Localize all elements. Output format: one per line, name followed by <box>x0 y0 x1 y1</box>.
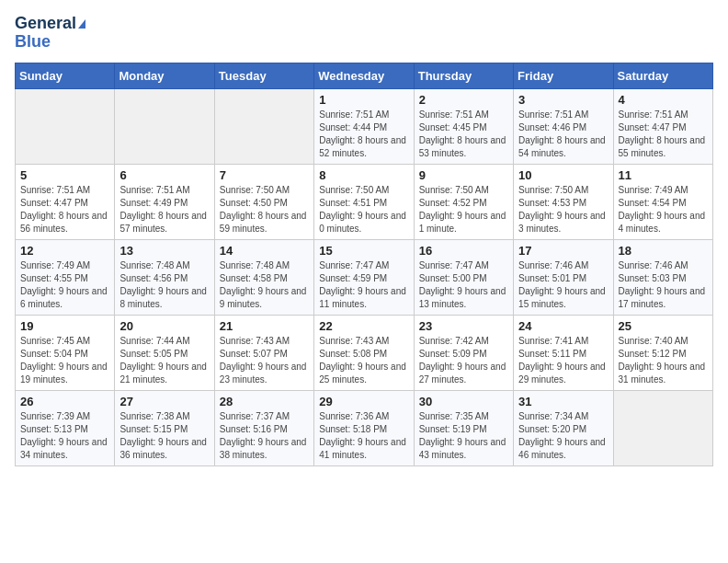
day-info: Sunrise: 7:42 AM Sunset: 5:09 PM Dayligh… <box>419 335 508 386</box>
day-number: 21 <box>220 319 309 333</box>
day-info: Sunrise: 7:46 AM Sunset: 5:03 PM Dayligh… <box>619 259 708 311</box>
calendar-cell: 10Sunrise: 7:50 AM Sunset: 4:53 PM Dayli… <box>514 164 613 239</box>
calendar-cell: 31Sunrise: 7:34 AM Sunset: 5:20 PM Dayli… <box>514 390 613 465</box>
day-number: 13 <box>119 244 209 258</box>
calendar-cell: 19Sunrise: 7:45 AM Sunset: 5:04 PM Dayli… <box>16 315 115 390</box>
calendar-cell: 17Sunrise: 7:46 AM Sunset: 5:01 PM Dayli… <box>514 239 613 315</box>
calendar-table: SundayMondayTuesdayWednesdayThursdayFrid… <box>15 63 713 466</box>
calendar-cell: 7Sunrise: 7:50 AM Sunset: 4:50 PM Daylig… <box>214 164 313 239</box>
calendar-cell: 21Sunrise: 7:43 AM Sunset: 5:07 PM Dayli… <box>214 315 313 390</box>
weekday-header-saturday: Saturday <box>613 63 712 88</box>
week-row-3: 12Sunrise: 7:49 AM Sunset: 4:55 PM Dayli… <box>16 239 713 315</box>
day-info: Sunrise: 7:40 AM Sunset: 5:12 PM Dayligh… <box>619 335 708 386</box>
weekday-header-tuesday: Tuesday <box>214 63 313 88</box>
day-number: 1 <box>319 93 408 107</box>
calendar-cell: 28Sunrise: 7:37 AM Sunset: 5:16 PM Dayli… <box>214 390 313 465</box>
calendar-cell: 4Sunrise: 7:51 AM Sunset: 4:47 PM Daylig… <box>613 88 712 164</box>
day-number: 22 <box>319 319 408 333</box>
calendar-cell: 13Sunrise: 7:48 AM Sunset: 4:56 PM Dayli… <box>115 239 214 315</box>
day-info: Sunrise: 7:36 AM Sunset: 5:18 PM Dayligh… <box>319 410 408 462</box>
calendar-cell: 18Sunrise: 7:46 AM Sunset: 5:03 PM Dayli… <box>613 239 712 315</box>
calendar-cell: 25Sunrise: 7:40 AM Sunset: 5:12 PM Dayli… <box>613 315 712 390</box>
calendar-cell <box>115 88 214 164</box>
day-number: 17 <box>518 244 608 258</box>
day-info: Sunrise: 7:38 AM Sunset: 5:15 PM Dayligh… <box>119 410 209 462</box>
calendar-cell <box>214 88 313 164</box>
day-info: Sunrise: 7:46 AM Sunset: 5:01 PM Dayligh… <box>518 259 608 311</box>
week-row-4: 19Sunrise: 7:45 AM Sunset: 5:04 PM Dayli… <box>16 315 713 390</box>
day-info: Sunrise: 7:41 AM Sunset: 5:11 PM Dayligh… <box>518 335 608 386</box>
day-info: Sunrise: 7:35 AM Sunset: 5:19 PM Dayligh… <box>419 410 508 462</box>
day-info: Sunrise: 7:51 AM Sunset: 4:49 PM Dayligh… <box>119 184 209 236</box>
calendar-cell: 14Sunrise: 7:48 AM Sunset: 4:58 PM Dayli… <box>214 239 313 315</box>
calendar-cell: 30Sunrise: 7:35 AM Sunset: 5:19 PM Dayli… <box>414 390 513 465</box>
logo: General Blue <box>15 15 85 52</box>
day-info: Sunrise: 7:48 AM Sunset: 4:58 PM Dayligh… <box>220 259 309 311</box>
calendar-cell: 26Sunrise: 7:39 AM Sunset: 5:13 PM Dayli… <box>16 390 115 465</box>
calendar-cell: 5Sunrise: 7:51 AM Sunset: 4:47 PM Daylig… <box>16 164 115 239</box>
calendar-cell: 12Sunrise: 7:49 AM Sunset: 4:55 PM Dayli… <box>16 239 115 315</box>
day-number: 4 <box>619 93 708 107</box>
calendar-cell: 22Sunrise: 7:43 AM Sunset: 5:08 PM Dayli… <box>314 315 414 390</box>
calendar-cell: 16Sunrise: 7:47 AM Sunset: 5:00 PM Dayli… <box>414 239 513 315</box>
day-number: 15 <box>319 244 408 258</box>
day-number: 3 <box>518 93 608 107</box>
day-number: 27 <box>119 395 209 408</box>
day-number: 11 <box>619 168 708 182</box>
calendar-cell: 8Sunrise: 7:50 AM Sunset: 4:51 PM Daylig… <box>314 164 414 239</box>
weekday-header-friday: Friday <box>514 63 613 88</box>
day-info: Sunrise: 7:45 AM Sunset: 5:04 PM Dayligh… <box>20 335 109 386</box>
day-info: Sunrise: 7:51 AM Sunset: 4:47 PM Dayligh… <box>20 184 109 236</box>
calendar-cell: 15Sunrise: 7:47 AM Sunset: 4:59 PM Dayli… <box>314 239 414 315</box>
calendar-cell: 24Sunrise: 7:41 AM Sunset: 5:11 PM Dayli… <box>514 315 613 390</box>
header: General Blue <box>15 15 713 52</box>
day-info: Sunrise: 7:44 AM Sunset: 5:05 PM Dayligh… <box>119 335 209 386</box>
day-info: Sunrise: 7:50 AM Sunset: 4:51 PM Dayligh… <box>319 184 408 236</box>
logo-text-blue: Blue <box>15 33 85 52</box>
day-info: Sunrise: 7:51 AM Sunset: 4:44 PM Dayligh… <box>319 109 408 160</box>
day-number: 30 <box>419 395 508 408</box>
day-info: Sunrise: 7:39 AM Sunset: 5:13 PM Dayligh… <box>20 410 109 462</box>
day-number: 5 <box>20 168 109 182</box>
day-info: Sunrise: 7:47 AM Sunset: 5:00 PM Dayligh… <box>419 259 508 311</box>
weekday-header-row: SundayMondayTuesdayWednesdayThursdayFrid… <box>16 63 713 88</box>
week-row-2: 5Sunrise: 7:51 AM Sunset: 4:47 PM Daylig… <box>16 164 713 239</box>
calendar-cell <box>16 88 115 164</box>
day-info: Sunrise: 7:50 AM Sunset: 4:52 PM Dayligh… <box>419 184 508 236</box>
calendar-cell: 3Sunrise: 7:51 AM Sunset: 4:46 PM Daylig… <box>514 88 613 164</box>
day-info: Sunrise: 7:37 AM Sunset: 5:16 PM Dayligh… <box>220 410 309 462</box>
day-number: 20 <box>119 319 209 333</box>
weekday-header-sunday: Sunday <box>16 63 115 88</box>
weekday-header-thursday: Thursday <box>414 63 513 88</box>
day-number: 10 <box>518 168 608 182</box>
day-number: 14 <box>220 244 309 258</box>
day-number: 26 <box>20 395 109 408</box>
day-number: 19 <box>20 319 109 333</box>
day-number: 2 <box>419 93 508 107</box>
day-number: 18 <box>619 244 708 258</box>
day-info: Sunrise: 7:50 AM Sunset: 4:50 PM Dayligh… <box>220 184 309 236</box>
calendar-cell: 29Sunrise: 7:36 AM Sunset: 5:18 PM Dayli… <box>314 390 414 465</box>
week-row-1: 1Sunrise: 7:51 AM Sunset: 4:44 PM Daylig… <box>16 88 713 164</box>
day-number: 16 <box>419 244 508 258</box>
calendar-cell: 1Sunrise: 7:51 AM Sunset: 4:44 PM Daylig… <box>314 88 414 164</box>
day-number: 8 <box>319 168 408 182</box>
day-number: 31 <box>518 395 608 408</box>
logo-text-general: General <box>15 15 85 33</box>
day-number: 25 <box>619 319 708 333</box>
calendar-cell: 27Sunrise: 7:38 AM Sunset: 5:15 PM Dayli… <box>115 390 214 465</box>
day-info: Sunrise: 7:49 AM Sunset: 4:55 PM Dayligh… <box>20 259 109 311</box>
day-info: Sunrise: 7:50 AM Sunset: 4:53 PM Dayligh… <box>518 184 608 236</box>
day-info: Sunrise: 7:43 AM Sunset: 5:08 PM Dayligh… <box>319 335 408 386</box>
calendar-cell: 20Sunrise: 7:44 AM Sunset: 5:05 PM Dayli… <box>115 315 214 390</box>
day-number: 6 <box>119 168 209 182</box>
weekday-header-monday: Monday <box>115 63 214 88</box>
day-info: Sunrise: 7:34 AM Sunset: 5:20 PM Dayligh… <box>518 410 608 462</box>
day-number: 9 <box>419 168 508 182</box>
calendar-cell: 11Sunrise: 7:49 AM Sunset: 4:54 PM Dayli… <box>613 164 712 239</box>
week-row-5: 26Sunrise: 7:39 AM Sunset: 5:13 PM Dayli… <box>16 390 713 465</box>
day-number: 12 <box>20 244 109 258</box>
day-info: Sunrise: 7:48 AM Sunset: 4:56 PM Dayligh… <box>119 259 209 311</box>
day-number: 23 <box>419 319 508 333</box>
day-info: Sunrise: 7:51 AM Sunset: 4:46 PM Dayligh… <box>518 109 608 160</box>
